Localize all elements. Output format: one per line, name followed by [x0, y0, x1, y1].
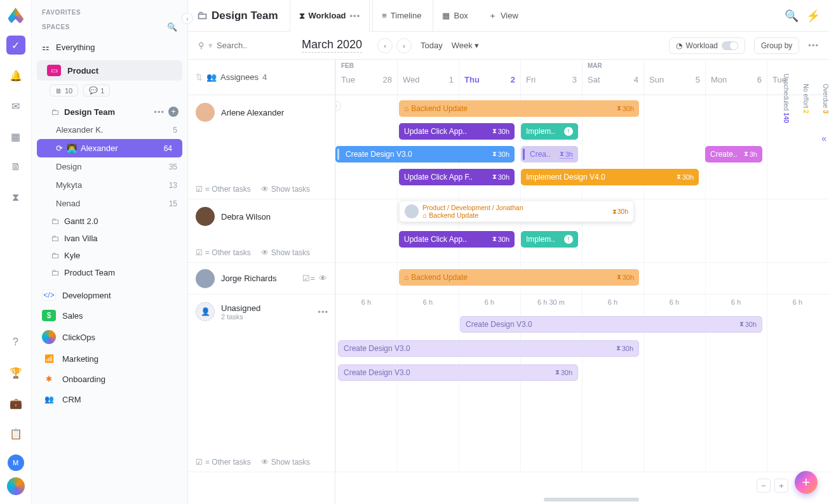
range-select[interactable]: Week ▾ — [452, 41, 480, 50]
sidebar-folder[interactable]: 🗀Product Team — [32, 264, 187, 281]
zoom-in-button[interactable]: + — [774, 479, 788, 493]
sidebar-item-member-active[interactable]: ⟳ 👨‍💻 Alexander 64 — [37, 139, 182, 157]
task-create-v3[interactable]: Create Design V3.0⧗30h — [335, 146, 515, 162]
breadcrumb[interactable]: 🗀 Design Team — [197, 10, 287, 22]
groupby-button[interactable]: Group by — [754, 37, 799, 54]
docs-icon[interactable]: 🗎 — [6, 157, 25, 176]
task-implement[interactable]: Implem..! — [521, 231, 578, 248]
show-tasks-link[interactable]: 👁 Show tasks — [261, 248, 310, 257]
horizontal-scrollbar[interactable] — [544, 498, 639, 501]
task-implement[interactable]: Implem..! — [521, 123, 578, 140]
search-box[interactable]: ⚲▾ — [198, 41, 293, 50]
today-button[interactable]: Today — [421, 41, 443, 50]
task-create-v3[interactable]: Create Design V3.0⧗30h — [338, 340, 639, 357]
sidebar-item-member[interactable]: Alexander K.5 — [32, 121, 187, 139]
sidebar-item-everything[interactable]: ⚏ Everything — [32, 38, 187, 56]
assignees-header[interactable]: ⇅ 👥 Assignees 4 — [188, 60, 335, 95]
show-tasks-link[interactable]: 👁 Show tasks — [261, 185, 310, 194]
chat-chip[interactable]: 💬 1 — [83, 84, 110, 96]
workload-toggle[interactable]: ◔Workload — [669, 37, 745, 54]
bolt-icon[interactable]: ⚡ — [806, 9, 820, 23]
month-label[interactable]: March 2020 — [302, 38, 362, 53]
tab-box[interactable]: ▦Box — [433, 0, 476, 32]
sidebar-space-marketing[interactable]: 📶Marketing — [32, 348, 187, 369]
sidebar-space-development[interactable]: </>Development — [32, 285, 187, 305]
task-crea[interactable]: Crea..⧗3h — [521, 146, 578, 162]
hours-row: 6 h6 h6 h6 h 30 m6 h6 h6 h6 h — [335, 295, 829, 310]
work-icon[interactable]: 💼 — [6, 394, 25, 413]
task-create-short[interactable]: Create..⧗3h — [705, 146, 762, 162]
sidebar-folder[interactable]: 🗀Kyle — [32, 247, 187, 264]
collapse-sidebar-icon[interactable]: ‹ — [182, 13, 193, 24]
assignee-name[interactable]: Jorge Richards — [196, 269, 276, 288]
assignee-name[interactable]: Arlene Alexander — [196, 103, 327, 122]
clipboard-icon[interactable]: 📋 — [6, 424, 25, 443]
task-backend-update[interactable]: ⌂ Backend Update⧗30h — [399, 100, 639, 117]
onboarding-space-icon: ✱ — [42, 373, 56, 385]
search-icon[interactable]: 🔍 — [167, 22, 177, 32]
task-implement-v4[interactable]: Implement Design V4.0⧗30h — [521, 169, 699, 185]
home-icon[interactable]: ✓ — [6, 36, 25, 55]
assignee-name[interactable]: Debra Wilson — [196, 207, 327, 226]
task-update-clickapp-f[interactable]: Update Click App F..⧗30h — [399, 169, 515, 185]
task-create-v3[interactable]: Create Design V3.0⧗30h — [338, 364, 578, 381]
search-icon[interactable]: 🔍 — [785, 9, 799, 23]
other-tasks-link[interactable]: ☑= Other tasks — [196, 458, 251, 467]
more-options-icon[interactable]: ••• — [808, 41, 819, 50]
app-logo-icon[interactable] — [8, 8, 24, 24]
toggle-switch[interactable] — [722, 41, 738, 50]
show-tasks-link[interactable]: 👁 Show tasks — [261, 458, 310, 467]
help-icon[interactable]: ? — [6, 333, 25, 352]
prev-button[interactable]: ‹ — [377, 38, 393, 53]
assignee-unassigned[interactable]: 👤 Unasigned 2 tasks — [196, 302, 327, 321]
apps-icon[interactable]: ▦ — [6, 127, 25, 146]
workspace-logo-icon[interactable] — [7, 477, 25, 495]
tab-options-icon[interactable]: ••• — [350, 11, 361, 20]
next-button[interactable]: › — [396, 38, 412, 53]
sidebar-space-onboarding[interactable]: ✱Onboarding — [32, 369, 187, 389]
goals-icon[interactable]: 🏆 — [6, 363, 25, 382]
row-options-icon[interactable]: ••• — [318, 307, 328, 317]
sidebar-item-member[interactable]: Nenad15 — [32, 194, 187, 213]
tab-workload[interactable]: ⧗Workload••• — [290, 0, 370, 32]
options-icon[interactable]: ••• — [154, 107, 165, 117]
task-backend-update[interactable]: ⌂ Backend Update⧗30h — [399, 269, 639, 286]
docs-chip[interactable]: 🗎 10 — [50, 84, 78, 96]
sidebar-item-product[interactable]: ▭ Product — [37, 60, 182, 81]
add-icon[interactable]: + — [168, 107, 179, 117]
eye-icon[interactable]: 👁 — [319, 274, 327, 283]
sidebar-item-member[interactable]: Mykyta13 — [32, 176, 187, 194]
create-button[interactable]: + — [795, 471, 818, 494]
task-update-clickapp[interactable]: Update Click App..⧗30h — [399, 123, 515, 140]
zoom-out-button[interactable]: − — [757, 479, 771, 493]
timeline: ‹ FEBTue28 Wed1 Thu2 Fri3 MARSat4 Sun5 M… — [335, 60, 829, 504]
collapse-ribbon-icon[interactable]: « — [821, 133, 826, 143]
filter-icon[interactable]: ⚲ — [198, 41, 205, 50]
search-input[interactable] — [217, 41, 293, 50]
inbox-icon[interactable]: ✉ — [6, 96, 25, 116]
avatar — [405, 204, 419, 218]
avatar-placeholder-icon: 👤 — [196, 302, 215, 321]
notifications-icon[interactable]: 🔔 — [6, 66, 25, 85]
tab-add-view[interactable]: ＋View — [480, 0, 527, 32]
other-tasks-link[interactable]: ☑= Other tasks — [196, 248, 251, 257]
ribbon-overdue[interactable]: Overdue 3 — [822, 84, 829, 114]
ribbon-unscheduled[interactable]: Unscheduled 140 — [783, 74, 790, 123]
sidebar-folder[interactable]: 🗀Ivan Villa — [32, 230, 187, 247]
time-icon[interactable]: ⧗ — [6, 188, 25, 207]
sidebar-space-sales[interactable]: $Sales — [32, 305, 187, 326]
tab-timeline[interactable]: ≡Timeline — [372, 0, 430, 32]
sidebar-space-clickops[interactable]: ClickOps — [32, 326, 187, 348]
sidebar-item-design-team[interactable]: 🗀Design Team ••• + — [32, 103, 187, 121]
other-tasks-link[interactable]: ☑= Other tasks — [196, 185, 251, 194]
sidebar-space-crm[interactable]: 👥CRM — [32, 389, 187, 409]
sort-icon[interactable]: ⇅ — [196, 72, 203, 82]
user-avatar-icon[interactable]: M — [8, 454, 24, 471]
ribbon-noeffort[interactable]: No effort 2 — [802, 84, 809, 114]
assignee-row: Arlene Alexander ☑= Other tasks 👁 Show t… — [188, 95, 335, 199]
sidebar-item-member[interactable]: Design35 — [32, 157, 187, 176]
task-create-v3[interactable]: Create Design V3.0⧗30h — [460, 316, 762, 333]
sidebar-folder[interactable]: 🗀Gantt 2.0 — [32, 213, 187, 230]
tasks-icon[interactable]: ☑= — [302, 274, 315, 283]
task-update-clickapp[interactable]: Update Click App..⧗30h — [399, 231, 515, 248]
